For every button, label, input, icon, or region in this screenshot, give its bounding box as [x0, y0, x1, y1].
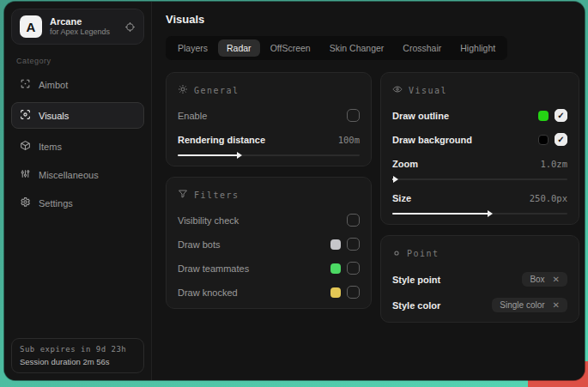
- tab-skin-changer[interactable]: Skin Changer: [321, 39, 393, 57]
- panel-filters: Filters Visibility check Draw bots: [166, 177, 372, 309]
- main-content: Visuals Players Radar OffScreen Skin Cha…: [152, 2, 585, 380]
- eye-icon: [392, 82, 403, 98]
- zoom-slider[interactable]: [392, 178, 567, 180]
- rendering-distance-label: Rendering distance: [178, 135, 265, 145]
- rendering-distance-slider[interactable]: [178, 154, 360, 156]
- sidebar-item-aimbot[interactable]: Aimbot: [11, 71, 144, 98]
- enable-label: Enable: [178, 111, 207, 121]
- style-color-chip-value: Single color: [500, 300, 544, 310]
- sidebar: A Arcane for Apex Legends Category Aimbo…: [4, 2, 152, 380]
- close-icon[interactable]: ✕: [553, 275, 560, 284]
- draw-bots-checkbox[interactable]: [347, 238, 360, 251]
- draw-teammates-checkbox[interactable]: [347, 262, 360, 275]
- style-point-chip[interactable]: Box ✕: [522, 272, 567, 287]
- zoom-value: 1.0zm: [540, 159, 567, 169]
- tab-crosshair[interactable]: Crosshair: [394, 39, 450, 57]
- tab-strip: Players Radar OffScreen Skin Changer Cro…: [166, 36, 507, 60]
- draw-outline-label: Draw outline: [392, 111, 449, 121]
- page-title: Visuals: [166, 13, 579, 26]
- draw-background-color-swatch[interactable]: [538, 135, 549, 145]
- tab-highlight[interactable]: Highlight: [452, 39, 504, 57]
- draw-bots-color-swatch[interactable]: [330, 239, 341, 250]
- draw-background-label: Draw background: [392, 135, 472, 145]
- draw-background-checkbox[interactable]: ✓: [555, 133, 567, 146]
- sidebar-item-label: Visuals: [39, 111, 69, 121]
- sidebar-item-label: Items: [39, 142, 62, 152]
- style-point-chip-value: Box: [530, 275, 544, 284]
- funnel-icon: [178, 187, 188, 203]
- eye-scan-icon: [20, 109, 31, 122]
- draw-knocked-checkbox[interactable]: [347, 286, 360, 299]
- size-slider[interactable]: [392, 213, 567, 215]
- app-logo: A: [20, 15, 42, 38]
- draw-knocked-label: Draw knocked: [178, 287, 238, 298]
- draw-outline-color-swatch[interactable]: [538, 111, 549, 121]
- tab-players[interactable]: Players: [169, 39, 216, 57]
- sidebar-item-settings[interactable]: Settings: [11, 190, 144, 216]
- package-icon: [20, 140, 31, 153]
- gear-icon: [20, 197, 31, 209]
- size-value: 250.0px: [530, 193, 567, 203]
- subscription-info: Sub expires in 9d 23h Session duration 2…: [11, 338, 144, 373]
- scope-icon[interactable]: [124, 21, 136, 33]
- panel-title: Visual: [409, 86, 447, 95]
- panel-point: Point Style point Box ✕ Style color Sing…: [380, 235, 579, 323]
- session-duration-text: Session duration 2m 56s: [20, 357, 136, 366]
- app-subtitle: for Apex Legends: [50, 27, 117, 37]
- zoom-label: Zoom: [392, 159, 418, 169]
- panel-general: General Enable Rendering distance 100m: [166, 72, 372, 166]
- sidebar-item-label: Settings: [39, 198, 73, 209]
- panel-title: Point: [407, 249, 439, 258]
- panel-title: General: [194, 86, 239, 95]
- panel-visual: Visual Draw outline ✓ Draw background: [380, 72, 579, 225]
- app-name: Arcane: [50, 16, 117, 28]
- sun-gear-icon: [178, 82, 188, 98]
- sub-expires-text: Sub expires in 9d 23h: [20, 345, 136, 354]
- visibility-check-checkbox[interactable]: [347, 214, 360, 227]
- draw-outline-checkbox[interactable]: ✓: [555, 109, 567, 122]
- draw-teammates-color-swatch[interactable]: [330, 263, 341, 274]
- crosshair-icon: [20, 78, 31, 91]
- draw-bots-label: Draw bots: [178, 239, 221, 250]
- sidebar-item-label: Aimbot: [39, 80, 68, 90]
- draw-teammates-label: Draw teammates: [178, 263, 249, 274]
- tab-offscreen[interactable]: OffScreen: [262, 39, 319, 57]
- app-window: A Arcane for Apex Legends Category Aimbo…: [4, 2, 585, 380]
- sidebar-item-label: Miscellaneous: [39, 170, 99, 180]
- category-label: Category: [16, 57, 139, 65]
- size-label: Size: [392, 193, 411, 203]
- style-color-label: Style color: [392, 300, 440, 311]
- panel-title: Filters: [194, 190, 239, 200]
- sidebar-item-items[interactable]: Items: [11, 133, 144, 160]
- sidebar-item-visuals[interactable]: Visuals: [11, 102, 144, 129]
- close-icon[interactable]: ✕: [553, 300, 560, 310]
- enable-checkbox[interactable]: [347, 109, 360, 122]
- rendering-distance-value: 100m: [338, 135, 360, 145]
- point-icon: [392, 245, 401, 261]
- sliders-icon: [20, 168, 31, 181]
- visibility-check-label: Visibility check: [178, 215, 239, 226]
- style-point-label: Style point: [392, 275, 440, 285]
- tab-radar[interactable]: Radar: [218, 39, 260, 57]
- style-color-chip[interactable]: Single color ✕: [492, 298, 567, 312]
- sidebar-item-miscellaneous[interactable]: Miscellaneous: [11, 161, 144, 188]
- brand-card: A Arcane for Apex Legends: [11, 9, 144, 45]
- draw-knocked-color-swatch[interactable]: [330, 287, 341, 298]
